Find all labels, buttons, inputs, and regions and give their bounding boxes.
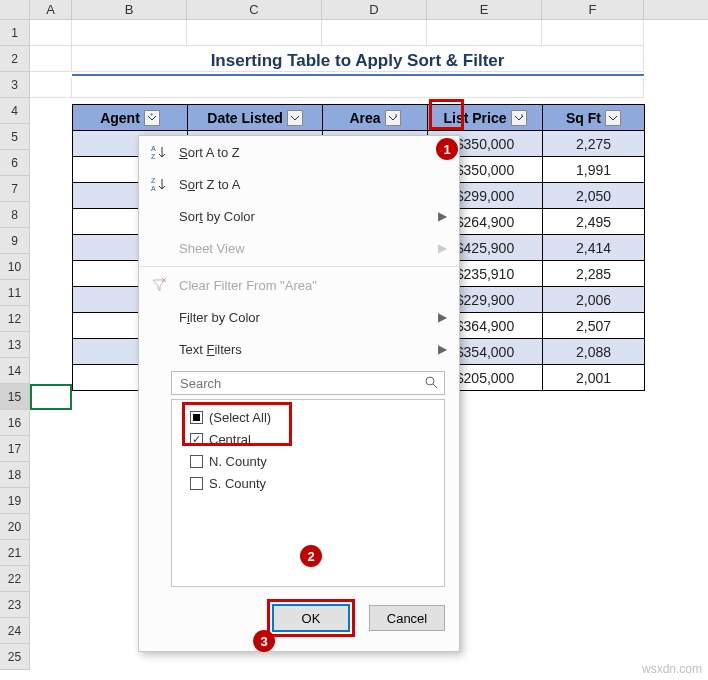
cancel-button[interactable]: Cancel	[369, 605, 445, 631]
sort-az-icon: AZ	[149, 142, 169, 162]
filter-button-area[interactable]	[385, 110, 401, 126]
row-15[interactable]: 15	[0, 384, 30, 410]
row-7[interactable]: 7	[0, 176, 30, 202]
menu-sort-za[interactable]: ZA Sort Z to A	[139, 168, 459, 200]
row-14[interactable]: 14	[0, 358, 30, 384]
menu-text-filters[interactable]: Text Filters ▶	[139, 333, 459, 365]
header-sqft: Sq Ft	[566, 110, 601, 126]
col-D[interactable]: D	[322, 0, 427, 19]
blank-icon	[149, 238, 169, 258]
check-select-all[interactable]: (Select All)	[190, 406, 436, 428]
row-10[interactable]: 10	[0, 254, 30, 280]
menu-clear-filter: Clear Filter From "Area"	[139, 269, 459, 301]
blank-icon	[149, 307, 169, 327]
ok-button[interactable]: OK	[273, 605, 349, 631]
badge-3b: 3	[253, 630, 275, 652]
blank-icon	[149, 206, 169, 226]
checkbox-icon[interactable]	[190, 455, 203, 468]
filter-search[interactable]	[171, 371, 445, 395]
row-headers: 1 2 3 4 5 6 7 8 9 10 11 12 13 14 15 16 1…	[0, 20, 30, 670]
page-title: Inserting Table to Apply Sort & Filter	[72, 51, 643, 71]
row-18[interactable]: 18	[0, 462, 30, 488]
row-25[interactable]: 25	[0, 644, 30, 670]
chevron-right-icon: ▶	[438, 209, 447, 223]
row-1[interactable]: 1	[0, 20, 30, 46]
active-cell-indicator	[30, 384, 72, 410]
blank-icon	[149, 339, 169, 359]
col-E[interactable]: E	[427, 0, 542, 19]
checkbox-indeterminate-icon[interactable]	[190, 411, 203, 424]
col-C[interactable]: C	[187, 0, 322, 19]
menu-filter-color[interactable]: Filter by Color ▶	[139, 301, 459, 333]
row-2[interactable]: 2	[0, 46, 30, 72]
search-input[interactable]	[178, 375, 424, 392]
row-12[interactable]: 12	[0, 306, 30, 332]
chevron-right-icon: ▶	[438, 241, 447, 255]
header-agent: Agent	[100, 110, 140, 126]
filter-button-date[interactable]	[287, 110, 303, 126]
watermark: wsxdn.com	[642, 662, 702, 676]
row-21[interactable]: 21	[0, 540, 30, 566]
header-list-price: List Price	[443, 110, 506, 126]
row-23[interactable]: 23	[0, 592, 30, 618]
row-11[interactable]: 11	[0, 280, 30, 306]
badge-1: 1	[436, 138, 458, 160]
filter-button-sqft[interactable]	[605, 110, 621, 126]
check-central[interactable]: Central	[190, 428, 436, 450]
header-date-listed: Date Listed	[207, 110, 282, 126]
chevron-right-icon: ▶	[438, 310, 447, 324]
svg-text:A: A	[151, 145, 156, 152]
row-16[interactable]: 16	[0, 410, 30, 436]
checkbox-checked-icon[interactable]	[190, 433, 203, 446]
menu-sort-color[interactable]: Sort by Color ▶	[139, 200, 459, 232]
svg-point-4	[426, 377, 434, 385]
row-5[interactable]: 5	[0, 124, 30, 150]
column-headers: A B C D E F	[0, 0, 708, 20]
filter-button-agent[interactable]	[144, 110, 160, 126]
sort-za-icon: ZA	[149, 174, 169, 194]
row-6[interactable]: 6	[0, 150, 30, 176]
svg-text:Z: Z	[151, 153, 156, 160]
row-22[interactable]: 22	[0, 566, 30, 592]
row-17[interactable]: 17	[0, 436, 30, 462]
row-19[interactable]: 19	[0, 488, 30, 514]
menu-sheet-view: Sheet View ▶	[139, 232, 459, 264]
row-13[interactable]: 13	[0, 332, 30, 358]
filter-menu: AZ SSort A to Zort A to Z ZA Sort Z to A…	[138, 135, 460, 652]
grid: Inserting Table to Apply Sort & Filter	[30, 20, 708, 98]
check-s-county[interactable]: S. County	[190, 472, 436, 494]
highlight-ok: OK	[267, 599, 355, 637]
row-24[interactable]: 24	[0, 618, 30, 644]
svg-text:A: A	[151, 185, 156, 192]
svg-text:Z: Z	[151, 177, 156, 184]
row-8[interactable]: 8	[0, 202, 30, 228]
search-icon	[424, 375, 438, 392]
badge-2: 2	[300, 545, 322, 567]
filter-button-price[interactable]	[511, 110, 527, 126]
check-n-county[interactable]: N. County	[190, 450, 436, 472]
checkbox-icon[interactable]	[190, 477, 203, 490]
header-area: Area	[349, 110, 380, 126]
clear-filter-icon	[149, 275, 169, 295]
row-9[interactable]: 9	[0, 228, 30, 254]
row-4[interactable]: 4	[0, 98, 30, 124]
menu-sort-az[interactable]: AZ SSort A to Zort A to Z	[139, 136, 459, 168]
row-20[interactable]: 20	[0, 514, 30, 540]
col-A[interactable]: A	[30, 0, 72, 19]
row-3[interactable]: 3	[0, 72, 30, 98]
col-B[interactable]: B	[72, 0, 187, 19]
chevron-right-icon: ▶	[438, 342, 447, 356]
col-F[interactable]: F	[542, 0, 644, 19]
